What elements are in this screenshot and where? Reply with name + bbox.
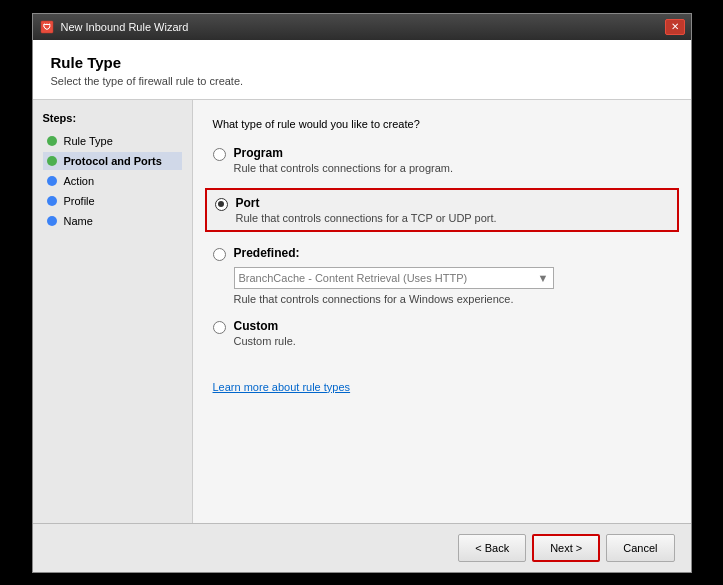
sidebar-item-profile[interactable]: Profile [43,192,182,210]
title-bar-text: New Inbound Rule Wizard [61,21,665,33]
option-row-port: Port Rule that controls connections for … [205,188,679,232]
back-button[interactable]: < Back [458,534,526,562]
cancel-button[interactable]: Cancel [606,534,674,562]
sidebar-item-label-rule-type: Rule Type [64,135,113,147]
sidebar: Steps: Rule Type Protocol and Ports Acti… [33,100,193,523]
option-row-custom: Custom Custom rule. [213,319,671,347]
window-icon: 🛡 [39,19,55,35]
option-row-predefined: Predefined: [213,246,671,261]
sidebar-item-name[interactable]: Name [43,212,182,230]
sidebar-item-protocol-and-ports[interactable]: Protocol and Ports [43,152,182,170]
window-content: Rule Type Select the type of firewall ru… [33,40,691,572]
learn-more-link[interactable]: Learn more about rule types [213,381,351,393]
svg-text:🛡: 🛡 [43,23,51,32]
option-title-predefined: Predefined: [234,246,671,260]
sidebar-item-label-name: Name [64,215,93,227]
dropdown-arrow-icon: ▼ [538,272,549,284]
radio-custom[interactable] [213,321,226,334]
option-title-custom: Custom [234,319,671,333]
radio-program[interactable] [213,148,226,161]
question-text: What type of rule would you like to crea… [213,118,671,130]
option-desc-predefined: Rule that controls connections for a Win… [234,293,671,305]
steps-label: Steps: [43,112,182,124]
dot-icon-action [47,176,57,186]
sidebar-item-label-protocol: Protocol and Ports [64,155,162,167]
option-desc-custom: Custom rule. [234,335,671,347]
sidebar-item-label-action: Action [64,175,95,187]
radio-predefined[interactable] [213,248,226,261]
option-content-custom: Custom Custom rule. [234,319,671,347]
predefined-dropdown-row: BranchCache - Content Retrieval (Uses HT… [234,267,671,289]
page-title: Rule Type [51,54,673,71]
page-subtitle: Select the type of firewall rule to crea… [51,75,673,87]
main-window: 🛡 New Inbound Rule Wizard ✕ Rule Type Se… [32,13,692,573]
option-content-predefined: Predefined: [234,246,671,260]
dot-icon-rule-type [47,136,57,146]
sidebar-item-rule-type[interactable]: Rule Type [43,132,182,150]
main-panel: What type of rule would you like to crea… [193,100,691,523]
title-bar: 🛡 New Inbound Rule Wizard ✕ [33,14,691,40]
predefined-section: Predefined: BranchCache - Content Retrie… [213,246,671,305]
option-title-port: Port [236,196,669,210]
dot-icon-profile [47,196,57,206]
sidebar-item-action[interactable]: Action [43,172,182,190]
next-button[interactable]: Next > [532,534,600,562]
option-content-program: Program Rule that controls connections f… [234,146,671,174]
option-desc-program: Rule that controls connections for a pro… [234,162,671,174]
option-desc-port: Rule that controls connections for a TCP… [236,212,669,224]
option-row-program: Program Rule that controls connections f… [213,146,671,174]
option-title-program: Program [234,146,671,160]
radio-port[interactable] [215,198,228,211]
header-section: Rule Type Select the type of firewall ru… [33,40,691,100]
predefined-dropdown-value: BranchCache - Content Retrieval (Uses HT… [239,272,468,284]
body-section: Steps: Rule Type Protocol and Ports Acti… [33,100,691,523]
sidebar-item-label-profile: Profile [64,195,95,207]
option-content-port: Port Rule that controls connections for … [236,196,669,224]
close-button[interactable]: ✕ [665,19,685,35]
predefined-dropdown[interactable]: BranchCache - Content Retrieval (Uses HT… [234,267,554,289]
dot-icon-name [47,216,57,226]
dot-icon-protocol [47,156,57,166]
footer-section: < Back Next > Cancel [33,523,691,572]
